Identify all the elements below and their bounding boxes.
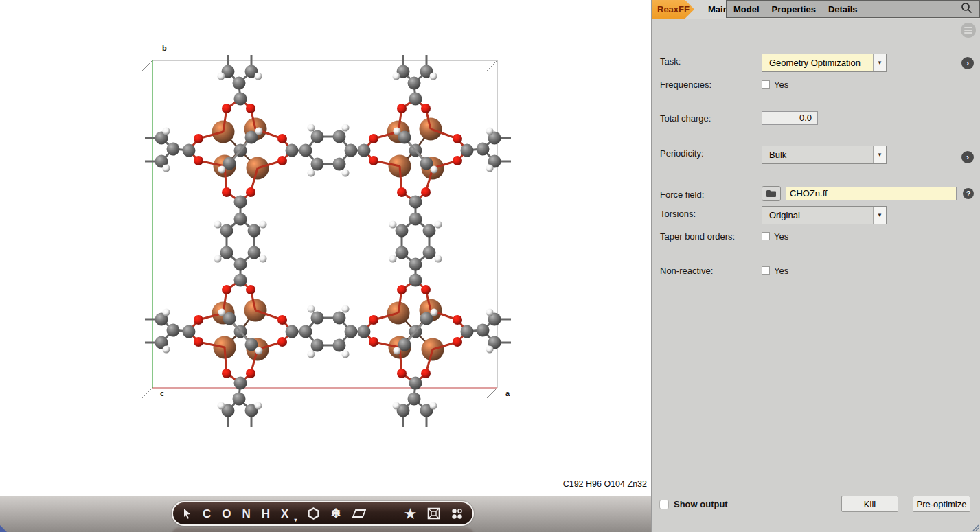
torsions-label: Torsions:	[660, 209, 696, 219]
ring-tool-icon[interactable]	[308, 507, 319, 520]
frequencies-label: Frequencies:	[660, 80, 711, 90]
show-output-checkbox[interactable]	[659, 500, 669, 509]
force-field-help-button[interactable]: ?	[963, 188, 974, 199]
reaxff-settings-panel: ReaxFF Main Model Properties Details Tas…	[651, 0, 980, 532]
viewer-bottom-bar: C O N H X ▾ ❄ ★	[0, 496, 651, 532]
plane-tool-icon[interactable]	[352, 509, 366, 518]
taper-option-label: Yes	[774, 231, 788, 242]
frequencies-checkbox[interactable]	[762, 80, 770, 89]
application-window: b c a C192 H96 O104 Zn32 C O N H X ▾ ❄	[0, 0, 980, 532]
total-charge-input[interactable]: 0.0	[762, 111, 818, 125]
axis-label-c: c	[160, 389, 164, 397]
dropdown-arrow-icon: ▼	[873, 146, 886, 163]
periodicity-details-button[interactable]: ›	[961, 151, 974, 163]
periodicity-label: Periodicity:	[660, 148, 704, 159]
non-reactive-option-label: Yes	[774, 266, 788, 276]
tab-properties[interactable]: Properties	[772, 4, 816, 14]
frequencies-option-label: Yes	[774, 80, 788, 90]
folder-icon	[766, 189, 777, 198]
taper-bond-orders-checkbox[interactable]	[762, 232, 770, 240]
text-caret	[828, 189, 828, 198]
favorites-star-icon[interactable]: ★	[404, 507, 416, 520]
pointer-tool-icon[interactable]	[183, 508, 192, 519]
task-label: Task:	[660, 56, 681, 67]
force-field-value: CHOZn.ff	[790, 188, 828, 198]
element-c-button[interactable]: C	[203, 508, 211, 520]
total-charge-label: Total charge:	[660, 113, 711, 124]
resize-grip[interactable]	[971, 523, 979, 531]
molecule-viewport[interactable]: b c a	[0, 0, 651, 496]
axis-label-b: b	[162, 44, 167, 52]
non-reactive-label: Non-reactive:	[660, 266, 713, 276]
mof-structure	[0, 0, 651, 496]
toolbar-reflection	[172, 527, 474, 532]
freeze-tool-icon[interactable]: ❄	[330, 507, 341, 520]
tab-details[interactable]: Details	[828, 4, 858, 14]
molecule-viewer: b c a C192 H96 O104 Zn32 C O N H X ▾ ❄	[0, 0, 651, 532]
tab-model[interactable]: Model	[733, 4, 760, 14]
force-field-input[interactable]: CHOZn.ff	[786, 187, 957, 200]
show-output-label: Show output	[674, 499, 728, 509]
element-o-button[interactable]: O	[222, 508, 231, 520]
reaxff-module-tag[interactable]: ReaxFF	[652, 0, 694, 19]
task-value: Geometry Optimization	[762, 54, 873, 71]
dropdown-arrow-icon: ▼	[873, 54, 886, 71]
search-icon[interactable]	[961, 2, 972, 16]
element-x-button[interactable]: X	[281, 508, 288, 520]
force-field-label: Force field:	[660, 189, 704, 200]
kill-button[interactable]: Kill	[841, 496, 898, 512]
element-n-button[interactable]: N	[242, 508, 251, 520]
logo-corner	[0, 525, 7, 532]
dropdown-arrow-icon: ▼	[873, 207, 886, 224]
force-field-browse-button[interactable]	[762, 186, 781, 201]
task-dropdown[interactable]: Geometry Optimization ▼	[762, 54, 887, 72]
atom-details-tool-icon[interactable]	[451, 508, 463, 520]
element-toolbar: C O N H X ▾ ❄ ★	[172, 501, 474, 526]
periodicity-dropdown[interactable]: Bulk ▼	[762, 146, 887, 164]
preoptimize-button[interactable]: Pre-optimize	[913, 496, 970, 512]
tab-bar: ReaxFF Main Model Properties Details	[652, 0, 980, 19]
non-reactive-checkbox[interactable]	[762, 266, 770, 275]
tab-group: Model Properties Details	[726, 0, 980, 18]
element-h-button[interactable]: H	[262, 508, 270, 520]
element-x-dropdown-caret[interactable]: ▾	[294, 518, 297, 523]
torsions-value: Original	[762, 207, 873, 224]
axis-label-a: a	[505, 389, 510, 397]
unit-cell-tool-icon[interactable]	[427, 507, 440, 520]
menu-icon[interactable]	[961, 23, 976, 38]
task-details-button[interactable]: ›	[961, 57, 974, 69]
chemical-formula: C192 H96 O104 Zn32	[563, 479, 647, 489]
taper-bond-orders-label: Taper bond orders:	[660, 231, 735, 242]
torsions-dropdown[interactable]: Original ▼	[762, 206, 887, 224]
periodicity-value: Bulk	[762, 146, 873, 163]
